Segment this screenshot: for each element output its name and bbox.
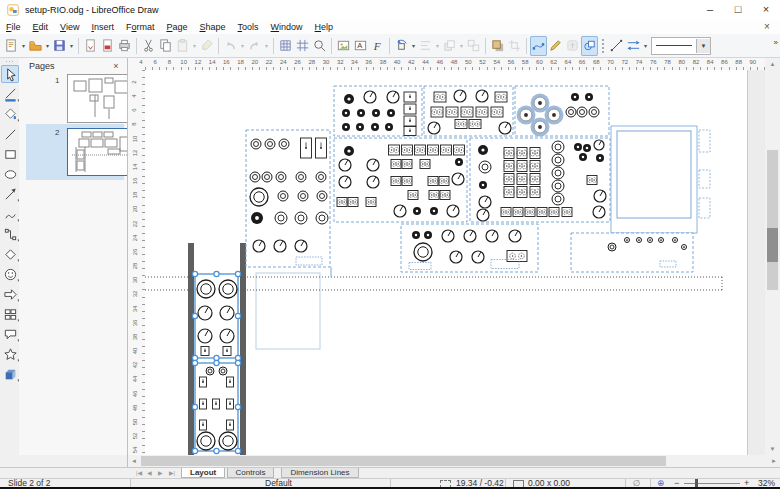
edit-points-icon[interactable]: [530, 36, 547, 56]
insert-line-icon[interactable]: [608, 36, 625, 56]
display-grid-icon[interactable]: [277, 36, 294, 56]
layer-nav-icon[interactable]: ▶|: [169, 469, 175, 476]
scroll-down-icon[interactable]: ▼: [765, 443, 780, 455]
selection-handle[interactable]: [235, 313, 240, 318]
dropdown-arrow-icon[interactable]: ▾: [191, 42, 198, 49]
selection-handle[interactable]: [214, 448, 219, 453]
dropdown-arrow-icon[interactable]: ▾: [44, 42, 51, 49]
switch[interactable]: [530, 174, 540, 185]
crop-image-icon[interactable]: [506, 36, 523, 56]
large-knob[interactable]: [250, 188, 268, 206]
panel-mid-a[interactable]: [334, 138, 467, 222]
menu-page[interactable]: Page: [160, 20, 193, 34]
zoom-icon[interactable]: [311, 36, 328, 56]
selection-handle[interactable]: [235, 271, 240, 276]
line-color-tool[interactable]: ▾: [1, 85, 19, 103]
zoom-slider[interactable]: [684, 483, 740, 484]
insert-object-icon[interactable]: [564, 36, 581, 56]
large-knob[interactable]: [414, 243, 432, 261]
large-knob[interactable]: [219, 432, 237, 450]
dropdown-arrow-icon[interactable]: ▾: [239, 42, 246, 49]
layer-nav-icon[interactable]: |◀: [136, 469, 142, 476]
stars-banners-tool[interactable]: ▾: [1, 345, 19, 363]
align-objects-icon[interactable]: ▾: [417, 36, 441, 56]
close-document-icon[interactable]: ×: [760, 20, 774, 34]
ellipse-tool[interactable]: [1, 165, 19, 183]
drawing-canvas[interactable]: [145, 70, 765, 455]
panel-mid-b[interactable]: [470, 138, 610, 222]
large-knob[interactable]: [219, 280, 237, 298]
selection-handle[interactable]: [192, 271, 197, 276]
switch[interactable]: [517, 148, 527, 159]
fill-color-tool[interactable]: ▾: [1, 105, 19, 123]
connectors-tool[interactable]: ▾: [1, 225, 19, 243]
selection-handle[interactable]: [235, 360, 240, 365]
selection-handle[interactable]: [235, 404, 240, 409]
new-icon[interactable]: ▾: [3, 36, 27, 56]
selection-handle[interactable]: [192, 313, 197, 318]
vertical-scroll-thumb[interactable]: [767, 150, 778, 290]
undo-icon[interactable]: ▾: [222, 36, 246, 56]
open-icon[interactable]: ▾: [27, 36, 51, 56]
menu-tools[interactable]: Tools: [232, 20, 265, 34]
dropdown-arrow-icon[interactable]: ▾: [410, 42, 417, 49]
layer-nav-icon[interactable]: ◀: [147, 469, 152, 476]
switch[interactable]: [504, 148, 514, 159]
insert-textbox-icon[interactable]: A: [352, 36, 369, 56]
switch[interactable]: [530, 161, 540, 172]
large-knob[interactable]: [197, 432, 215, 450]
vertical-scroll-grip[interactable]: [767, 228, 778, 262]
panel-left[interactable]: [246, 130, 330, 267]
panel-bottom-center[interactable]: [401, 224, 538, 272]
rack-module-bottom[interactable]: [192, 360, 240, 453]
vertical-scrollbar[interactable]: ▲ ▼: [765, 58, 780, 455]
chevron-down-icon[interactable]: ▼: [696, 39, 710, 53]
switch[interactable]: [517, 174, 527, 185]
transformations-icon[interactable]: ▾: [393, 36, 417, 56]
basic-shapes-tool[interactable]: ▾: [1, 245, 19, 263]
line-tool[interactable]: [1, 125, 19, 143]
layer-tab-dimension-lines[interactable]: Dimension Lines: [281, 468, 358, 478]
panel-top-a[interactable]: [334, 86, 422, 136]
scroll-right-icon[interactable]: ►: [768, 455, 780, 467]
scroll-left-icon[interactable]: ◄: [128, 455, 140, 467]
print-icon[interactable]: [116, 36, 133, 56]
cut-icon[interactable]: [140, 36, 157, 56]
dotted-tab[interactable]: [699, 198, 710, 218]
switch[interactable]: [517, 187, 527, 198]
switch[interactable]: [517, 161, 527, 172]
blue-outline-box[interactable]: [256, 273, 320, 349]
show-draw-functions-icon[interactable]: [581, 36, 598, 56]
horizontal-scroll-thumb[interactable]: [141, 456, 666, 466]
dropdown-arrow-icon[interactable]: ▾: [458, 42, 465, 49]
vertical-ruler[interactable]: 2468101214161820222426283032343638404244…: [128, 70, 146, 455]
layer-tab-controls[interactable]: Controls: [227, 468, 275, 478]
shadow-icon[interactable]: [489, 36, 506, 56]
dropdown-arrow-icon[interactable]: ▾: [642, 42, 649, 49]
menu-insert[interactable]: Insert: [85, 20, 120, 34]
switch[interactable]: [530, 148, 540, 159]
pages-panel-close-icon[interactable]: ×: [110, 60, 122, 72]
panel-below-screen-outline[interactable]: [571, 233, 693, 272]
dotted-tab[interactable]: [699, 170, 710, 188]
switch[interactable]: [402, 145, 413, 155]
selection-handle[interactable]: [192, 360, 197, 365]
paste-icon[interactable]: ▾: [174, 36, 198, 56]
selection-handle[interactable]: [235, 448, 240, 453]
rack-module-top[interactable]: [192, 271, 240, 360]
dropdown-arrow-icon[interactable]: ▾: [68, 42, 75, 49]
select-tool[interactable]: [1, 65, 19, 83]
glue-points-icon[interactable]: [547, 36, 564, 56]
maximize-button[interactable]: □: [724, 0, 752, 19]
line-ends-icon[interactable]: ▾: [625, 36, 649, 56]
line-style-select[interactable]: ▼: [651, 37, 711, 55]
panel-below-screen[interactable]: [571, 233, 693, 272]
arrange-icon[interactable]: ▾: [441, 36, 465, 56]
insert-image-icon[interactable]: [335, 36, 352, 56]
menu-view[interactable]: View: [54, 20, 85, 34]
block-arrows-tool[interactable]: ▾: [1, 285, 19, 303]
flowchart-tool[interactable]: ▾: [1, 305, 19, 323]
switch[interactable]: [504, 174, 514, 185]
selection-handle[interactable]: [192, 404, 197, 409]
redo-icon[interactable]: ▾: [246, 36, 270, 56]
